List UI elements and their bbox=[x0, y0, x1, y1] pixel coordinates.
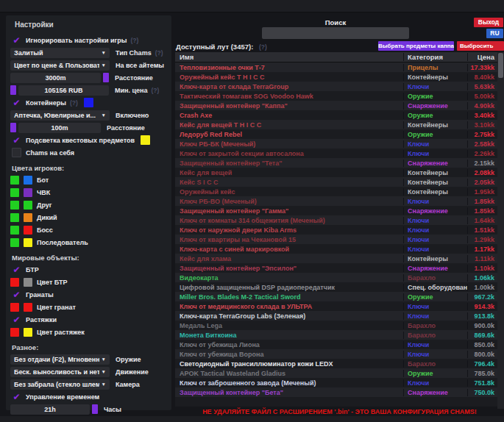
table-row[interactable]: Тактический томагавк SOG Voodoo HawkОруж… bbox=[175, 91, 497, 101]
table-row[interactable]: Светодиодный трансиллюминатор кожи LEDXБ… bbox=[175, 359, 497, 368]
color-swatch[interactable] bbox=[10, 201, 19, 210]
table-row[interactable]: Оружейный кейс T H I C CКонтейнеры8.40kk bbox=[175, 72, 497, 82]
table-row[interactable]: Ключ от убежища ВоронаКлючи800.0k bbox=[175, 349, 497, 359]
color-swatch[interactable] bbox=[24, 188, 32, 197]
language-button[interactable]: RU bbox=[486, 29, 503, 38]
settings-controls: ✔Игнорировать настройки игры(?)Залитый▼Т… bbox=[10, 34, 167, 415]
color-swatch[interactable] bbox=[141, 135, 150, 145]
color-swatch[interactable] bbox=[84, 98, 93, 107]
table-row[interactable]: Ключ РБ-БК (Меченый)Ключи2.58kk bbox=[175, 139, 497, 149]
table-row[interactable]: Miller Bros. Blades M-2 Tactical SwordОр… bbox=[175, 292, 497, 301]
table-row[interactable]: Тепловизионные очки Т-7Прицелы17.33kk bbox=[175, 62, 497, 72]
table-row[interactable]: Защищенный контейнер "Гамма"Снаряжение1.… bbox=[175, 206, 497, 215]
item-price: 4.90kk bbox=[468, 102, 497, 110]
table-row[interactable]: Ключ-карта от склада TerraGroupКлючи5.63… bbox=[175, 82, 497, 91]
table-row[interactable]: Монета БиткоинаБарахло869.6k bbox=[175, 330, 497, 340]
color-swatch[interactable] bbox=[24, 303, 32, 312]
table-row[interactable]: Цифровой защищенный DSP радиопередатчикС… bbox=[175, 282, 497, 292]
text-input[interactable]: 21h bbox=[10, 404, 90, 415]
color-swatch[interactable] bbox=[24, 176, 32, 185]
color-swatch[interactable] bbox=[10, 226, 19, 235]
setting-label: Босс bbox=[37, 226, 53, 234]
item-price: 1.00kk bbox=[468, 284, 497, 291]
checkbox[interactable]: ✔ bbox=[12, 98, 21, 107]
color-swatch[interactable] bbox=[10, 176, 19, 185]
table-row[interactable]: APOK Tactical Wasteland GladiusОружие785… bbox=[175, 368, 497, 378]
color-swatch[interactable] bbox=[24, 238, 32, 247]
dropdown[interactable]: Залитый▼ bbox=[10, 48, 110, 58]
item-price: 785.0k bbox=[468, 370, 497, 377]
color-swatch[interactable] bbox=[10, 278, 19, 287]
color-swatch[interactable] bbox=[10, 213, 19, 222]
dropdown[interactable]: Без отдачи (F2), Мгновенное п▼ bbox=[10, 354, 110, 365]
text-input[interactable]: 3000m bbox=[10, 73, 101, 83]
section-player-colors: Цвета игроков: bbox=[10, 162, 167, 174]
color-swatch[interactable] bbox=[10, 328, 19, 337]
select-kappa-items-button[interactable]: Выбрать предметы каппа bbox=[378, 41, 454, 51]
column-header-category[interactable]: Категория bbox=[403, 53, 468, 61]
color-swatch[interactable] bbox=[24, 213, 32, 222]
text-input[interactable]: 100m bbox=[18, 123, 101, 133]
table-row[interactable]: Защищенный контейнер "Тета"Снаряжение2.1… bbox=[175, 158, 497, 168]
color-swatch[interactable] bbox=[10, 85, 16, 95]
column-header-name[interactable]: Имя bbox=[175, 53, 403, 61]
scrollbar-track[interactable] bbox=[497, 52, 504, 409]
dropdown[interactable]: Без забрала (стекло шлема)▼ bbox=[10, 379, 110, 390]
checkbox[interactable] bbox=[12, 148, 21, 157]
checkbox[interactable]: ✔ bbox=[12, 392, 21, 401]
table-row[interactable]: Кейс для хламаКонтейнеры1.11kk bbox=[175, 254, 497, 263]
table-row[interactable]: Ключ-карта с синей маркировкойКлючи1.17k… bbox=[175, 244, 497, 254]
dropdown[interactable]: Аптечка, Ювелирные и...▼ bbox=[10, 110, 110, 121]
setting-label: Игнорировать настройки игры bbox=[26, 37, 127, 44]
item-name: Ключ от заброшенного завода (Меченый) bbox=[175, 379, 403, 387]
checkbox[interactable]: ✔ bbox=[12, 290, 21, 299]
table-row[interactable]: Кейс для вещейКонтейнеры2.08kk bbox=[175, 168, 497, 177]
search-input[interactable] bbox=[262, 27, 409, 39]
item-name: Монета Биткоина bbox=[175, 332, 403, 339]
table-row[interactable]: Ключ-карта TerraGroup Labs (Зеленая)Ключ… bbox=[175, 311, 497, 321]
color-swatch[interactable] bbox=[103, 73, 109, 82]
table-row[interactable]: Ключ от убежища ЛионаКлючи850.0k bbox=[175, 340, 497, 349]
color-swatch[interactable] bbox=[10, 123, 16, 132]
checkbox[interactable]: ✔ bbox=[12, 315, 21, 324]
text-input[interactable]: 105156 RUB bbox=[18, 85, 109, 96]
table-row[interactable]: Защищенный контейнер "Бета"Снаряжение750… bbox=[175, 387, 497, 397]
setting-color-pmc: ЧВК bbox=[10, 186, 167, 199]
item-name: Ключ РБ-ВО (Меченый) bbox=[175, 198, 403, 205]
color-swatch[interactable] bbox=[10, 303, 19, 312]
table-row[interactable]: Ключ от заброшенного завода (Меченый)Клю… bbox=[175, 378, 497, 387]
table-row[interactable]: Защищенный контейнер "Эпсилон"Снаряжение… bbox=[175, 263, 497, 273]
scrollbar-thumb[interactable] bbox=[498, 53, 503, 78]
color-swatch[interactable] bbox=[10, 188, 19, 197]
table-row[interactable]: Ключ от закрытой секции автосалонаКлючи2… bbox=[175, 149, 497, 158]
table-row[interactable]: Ледоруб Red RebelОружие2.75kk bbox=[175, 129, 497, 139]
exit-button[interactable]: Выход bbox=[474, 18, 503, 27]
color-swatch[interactable] bbox=[24, 226, 32, 235]
checkbox[interactable]: ✔ bbox=[12, 265, 21, 274]
checkbox[interactable]: ✔ bbox=[12, 35, 21, 45]
color-swatch[interactable] bbox=[24, 201, 32, 210]
table-row[interactable]: Crash AxeОружие3.40kk bbox=[175, 110, 497, 120]
color-swatch[interactable] bbox=[24, 278, 32, 287]
color-swatch[interactable] bbox=[24, 328, 32, 337]
item-name: Ледоруб Red Rebel bbox=[175, 131, 403, 138]
table-row[interactable]: Ключ от квартиры на Чекановой 15Ключи1.2… bbox=[175, 235, 497, 244]
table-row[interactable]: Кейс для вещей T H I C CКонтейнеры3.10kk bbox=[175, 120, 497, 129]
column-header-price[interactable]: Цена bbox=[468, 53, 497, 61]
table-row[interactable]: Защищенный контейнер "Каппа"Снаряжение4.… bbox=[175, 101, 497, 110]
table-row[interactable]: Ключ от медицинского склада в УЛЬТРАКлюч… bbox=[175, 301, 497, 311]
table-row[interactable]: Ключ от наружной двери Kiba ArmsКлючи1.5… bbox=[175, 225, 497, 235]
color-swatch[interactable] bbox=[10, 238, 19, 247]
dropdown[interactable]: Цвет по цене & Пользователь▼ bbox=[10, 60, 110, 71]
discard-all-button[interactable]: Выбросить все bbox=[457, 41, 504, 51]
color-swatch[interactable] bbox=[92, 404, 98, 414]
table-row[interactable]: Ключ от комнаты 314 общежития (Меченый)К… bbox=[175, 215, 497, 225]
table-row[interactable]: Оружейный кейсКонтейнеры1.95kk bbox=[175, 187, 497, 196]
table-row[interactable]: ВидеокартаБарахло1.06kk bbox=[175, 273, 497, 282]
table-row[interactable] bbox=[175, 397, 497, 407]
table-row[interactable]: Кейс S I C CКонтейнеры2.05kk bbox=[175, 177, 497, 187]
checkbox[interactable]: ✔ bbox=[12, 135, 21, 145]
table-row[interactable]: Ключ РБ-ВО (Меченый)Ключи1.85kk bbox=[175, 196, 497, 206]
table-row[interactable]: Медаль LegaБарахло900.0k bbox=[175, 321, 497, 330]
dropdown[interactable]: Беск. выносливость и нет уста▼ bbox=[10, 367, 110, 377]
